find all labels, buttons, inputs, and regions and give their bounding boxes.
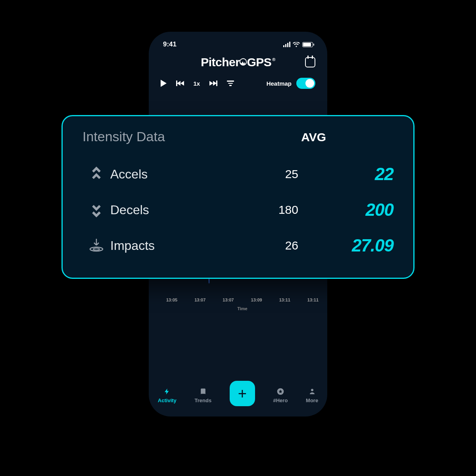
signal-icon	[283, 42, 290, 47]
status-time: 9:41	[163, 40, 177, 48]
app-logo: Pitcher GPS ®	[201, 56, 275, 69]
impact-icon	[83, 238, 110, 253]
nav-activity[interactable]: Activity	[158, 387, 177, 403]
row-impacts[interactable]: Impacts 26 27.09	[83, 228, 393, 263]
nav-label: Trends	[195, 397, 212, 403]
playback-speed[interactable]: 1x	[194, 80, 200, 87]
battery-icon	[302, 42, 313, 47]
playback-bar: 1x Heatmap	[149, 69, 327, 95]
nav-label: #Hero	[273, 397, 288, 403]
row-avg: 25	[235, 167, 298, 181]
chart-x-ticks: 13:05 13:07 13:07 13:09 13:11 13:11	[165, 295, 320, 302]
svg-point-7	[93, 248, 100, 250]
card-avg-header: AVG	[301, 131, 326, 144]
star-badge-icon	[276, 387, 284, 396]
row-label: Decels	[110, 203, 235, 217]
logo-registered: ®	[272, 57, 275, 62]
card-title: Intensity Data	[83, 129, 301, 144]
bolt-icon	[163, 387, 171, 396]
row-value: 200	[310, 200, 393, 220]
intensity-card: Intensity Data AVG Accels 25 22 Decels 1…	[61, 115, 415, 279]
row-value: 22	[310, 164, 393, 184]
logo-right: GPS	[247, 56, 271, 69]
app-header: Pitcher GPS ®	[149, 48, 327, 69]
row-decels[interactable]: Decels 180 200	[83, 192, 393, 228]
row-value: 27.09	[310, 236, 393, 255]
svg-point-5	[311, 389, 313, 391]
wifi-icon	[293, 42, 300, 47]
person-icon	[309, 387, 316, 396]
play-button[interactable]	[161, 80, 167, 87]
row-accels[interactable]: Accels 25 22	[83, 156, 393, 192]
status-bar: 9:41	[149, 32, 327, 48]
chart-x-label: Time	[165, 306, 320, 311]
chevrons-down-icon	[83, 202, 110, 217]
calendar-icon[interactable]	[305, 57, 315, 67]
bottom-nav: Activity Trends + #Hero More	[149, 384, 327, 406]
nav-label: More	[306, 397, 318, 403]
row-avg: 26	[235, 239, 298, 252]
nav-trends[interactable]: Trends	[195, 387, 212, 403]
heatmap-label: Heatmap	[267, 80, 292, 87]
logo-mark-icon	[239, 58, 248, 66]
add-button[interactable]: +	[230, 381, 255, 406]
nav-label: Activity	[158, 397, 177, 403]
row-label: Impacts	[110, 238, 235, 253]
chevrons-up-icon	[83, 167, 110, 182]
skip-forward-button[interactable]	[209, 81, 217, 86]
nav-more[interactable]: More	[306, 387, 318, 403]
logo-left: Pitcher	[201, 56, 240, 69]
filter-icon[interactable]	[227, 81, 234, 86]
row-avg: 180	[235, 203, 298, 217]
nav-hero[interactable]: #Hero	[273, 387, 288, 403]
row-label: Accels	[110, 167, 235, 182]
status-indicators	[283, 42, 313, 47]
book-icon	[199, 387, 207, 396]
skip-back-button[interactable]	[176, 81, 184, 86]
heatmap-toggle[interactable]	[296, 78, 315, 89]
